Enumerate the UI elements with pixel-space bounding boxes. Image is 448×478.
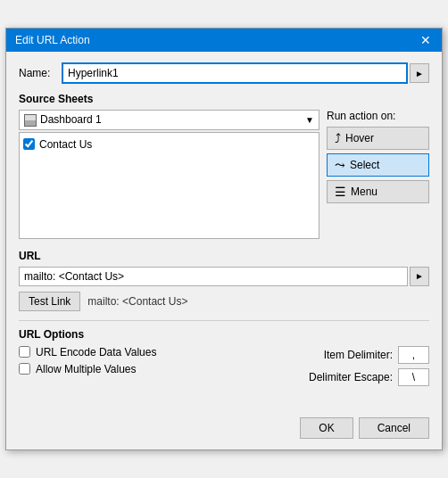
select-icon: ⤳ [335, 158, 345, 172]
url-input[interactable] [19, 267, 408, 286]
item-delimiter-row: Item Delimiter: [269, 346, 429, 364]
source-sheets-area: Dashboard 1 ▼ Contact Us Run action on: … [19, 110, 429, 239]
item-delimiter-input[interactable] [398, 346, 429, 364]
name-label: Name: [19, 67, 54, 79]
url-label: URL [19, 250, 429, 262]
multiple-label: Allow Multiple Values [36, 363, 137, 375]
hover-button[interactable]: ⤴ Hover [327, 127, 429, 150]
options-left: URL Encode Data Values Allow Multiple Va… [19, 346, 269, 391]
options-grid: URL Encode Data Values Allow Multiple Va… [19, 346, 429, 391]
ok-button[interactable]: OK [300, 417, 353, 439]
menu-button[interactable]: ☰ Menu [327, 180, 429, 203]
url-arrow-button[interactable]: ► [410, 267, 429, 286]
multiple-option-row: Allow Multiple Values [19, 363, 269, 375]
dashboard-icon: Dashboard 1 [24, 113, 102, 127]
delimiter-escape-row: Delimiter Escape: [269, 368, 429, 386]
run-action-area: Run action on: ⤴ Hover ⤳ Select ☰ Menu [327, 110, 429, 239]
dialog-title: Edit URL Action [15, 34, 90, 46]
url-options-label: URL Options [19, 328, 429, 341]
test-link-button[interactable]: Test Link [19, 292, 80, 311]
name-input[interactable] [62, 62, 408, 84]
encode-option-row: URL Encode Data Values [19, 346, 269, 358]
edit-url-action-dialog: Edit URL Action ✕ Name: ► Source Sheets … [5, 28, 443, 450]
name-field-row: Name: ► [19, 62, 429, 84]
multiple-checkbox[interactable] [19, 363, 30, 375]
dialog-footer: OK Cancel [6, 412, 442, 449]
dialog-body: Name: ► Source Sheets Dashboard 1 ▼ Cont… [6, 52, 442, 412]
test-link-text: mailto: <Contact Us> [87, 295, 187, 308]
encode-checkbox[interactable] [19, 346, 30, 358]
contact-us-checkbox[interactable] [23, 138, 35, 150]
test-link-row: Test Link mailto: <Contact Us> [19, 292, 429, 311]
list-item: Contact Us [23, 136, 315, 152]
item-delimiter-label: Item Delimiter: [324, 349, 393, 361]
sheet-name: Contact Us [39, 138, 92, 151]
select-button[interactable]: ⤳ Select [327, 153, 429, 177]
dashboard-dropdown[interactable]: Dashboard 1 ▼ [19, 110, 319, 130]
menu-icon: ☰ [335, 185, 346, 199]
source-sheets-left: Dashboard 1 ▼ Contact Us [19, 110, 319, 239]
delimiter-escape-input[interactable] [398, 368, 429, 386]
url-options-section: URL Options URL Encode Data Values Allow… [19, 320, 429, 391]
options-right: Item Delimiter: Delimiter Escape: [269, 346, 429, 391]
title-bar: Edit URL Action ✕ [6, 29, 442, 52]
encode-label: URL Encode Data Values [36, 346, 156, 358]
hover-icon: ⤴ [335, 131, 341, 145]
chevron-down-icon: ▼ [305, 115, 314, 125]
source-sheets-label: Source Sheets [19, 93, 429, 105]
cancel-button[interactable]: Cancel [359, 417, 429, 439]
sheets-list: Contact Us [19, 132, 319, 239]
name-arrow-button[interactable]: ► [410, 63, 429, 83]
url-row: ► [19, 267, 429, 286]
delimiter-escape-label: Delimiter Escape: [309, 371, 393, 383]
run-action-label: Run action on: [327, 110, 429, 122]
url-section: URL ► Test Link mailto: <Contact Us> [19, 250, 429, 311]
close-button[interactable]: ✕ [419, 34, 433, 46]
